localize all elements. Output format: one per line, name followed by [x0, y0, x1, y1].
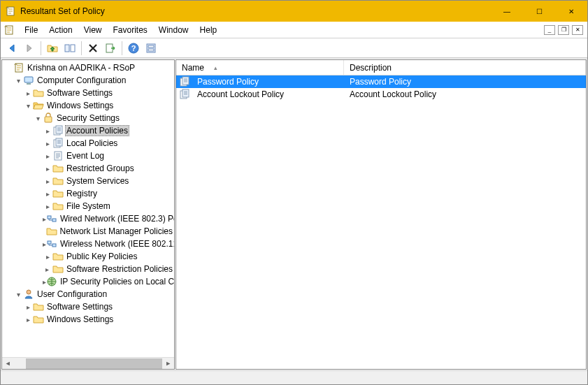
tree-computer-configuration[interactable]: ▾ Computer Configuration: [3, 74, 174, 87]
tree-label: Wireless Network (IEEE 802.11) Policies: [59, 239, 175, 249]
toolbar: [1, 38, 587, 58]
rsop-icon: [13, 62, 24, 73]
folder-icon: [52, 263, 64, 275]
tree-wired-network[interactable]: ▸ Wired Network (IEEE 802.3) Policies: [3, 212, 174, 225]
tree-label: Event Log: [65, 151, 106, 161]
cell-description: Account Lockout Policy: [344, 89, 442, 99]
mdi-restore[interactable]: ❐: [558, 25, 569, 35]
tree-label: Software Settings: [45, 88, 114, 98]
tree-wireless-network[interactable]: ▸ Wireless Network (IEEE 802.11) Policie…: [3, 238, 174, 250]
twisty-icon[interactable]: ▸: [43, 190, 52, 198]
twisty-icon[interactable]: ▾: [23, 102, 33, 110]
toolbar-sep: [81, 41, 82, 55]
twisty-icon[interactable]: ▸: [43, 152, 52, 160]
twisty-icon[interactable]: ▸: [43, 177, 52, 185]
tree-windows-settings[interactable]: ▾ Windows Settings: [3, 99, 174, 112]
list-row-account-lockout-policy[interactable]: Account Lockout Policy Account Lockout P…: [176, 88, 586, 101]
tree-horizontal-scrollbar[interactable]: ◄ ►: [2, 357, 174, 369]
tree-software-settings[interactable]: ▸ Software Settings: [3, 87, 174, 99]
scroll-right-icon[interactable]: ►: [162, 358, 174, 370]
help-button[interactable]: [125, 40, 142, 57]
tree-public-key-policies[interactable]: ▸ Public Key Policies: [3, 250, 174, 263]
tree-software-restriction[interactable]: ▸ Software Restriction Policies: [3, 263, 174, 275]
twisty-icon[interactable]: ▸: [43, 165, 52, 173]
tree-account-policies[interactable]: ▸ Account Policies: [3, 124, 174, 137]
mdi-close[interactable]: ✕: [572, 25, 583, 35]
properties-button[interactable]: [143, 40, 159, 57]
tree-user-configuration[interactable]: ▾ User Configuration: [3, 288, 174, 300]
nav-forward-button[interactable]: [21, 40, 38, 57]
delete-button[interactable]: [85, 40, 101, 57]
window-title: Resultant Set of Policy: [20, 6, 491, 16]
tree-label: Windows Settings: [45, 101, 115, 110]
globe-icon: [46, 276, 57, 287]
export-list-button[interactable]: [102, 40, 119, 57]
twisty-icon[interactable]: ▾: [33, 115, 43, 122]
mdi-minimize[interactable]: _: [544, 25, 555, 35]
user-icon: [23, 289, 34, 300]
tree-security-settings[interactable]: ▾ Security Settings: [3, 112, 174, 124]
close-button[interactable]: ✕: [555, 1, 587, 22]
policy-icon: [52, 138, 64, 149]
menu-help[interactable]: Help: [194, 23, 223, 37]
twisty-icon[interactable]: ▸: [23, 89, 33, 97]
menu-file[interactable]: File: [19, 23, 43, 37]
tree-system-services[interactable]: ▸ System Services: [3, 175, 174, 187]
tree-label: Windows Settings: [45, 314, 115, 324]
twisty-icon[interactable]: ▸: [43, 266, 52, 273]
tree-pane[interactable]: Krishna on AADRIKA - RSoP ▾ Computer Con…: [1, 59, 175, 370]
scroll-thumb[interactable]: [26, 358, 163, 369]
column-description[interactable]: Description: [344, 60, 586, 75]
policy-icon: [179, 76, 190, 87]
title-bar: Resultant Set of Policy — ☐ ✕: [1, 1, 587, 22]
twisty-icon[interactable]: ▸: [23, 316, 33, 324]
menu-favorites[interactable]: Favorites: [108, 23, 153, 37]
column-name[interactable]: Name: [176, 60, 344, 75]
list-pane: Name Description Password Policy Passwor…: [175, 59, 587, 370]
doc-icon: [52, 150, 64, 161]
twisty-icon[interactable]: ▾: [13, 77, 23, 85]
up-one-level-button[interactable]: [44, 40, 61, 57]
menu-action[interactable]: Action: [43, 23, 78, 37]
scroll-left-icon[interactable]: ◄: [2, 358, 14, 370]
status-bar: [1, 370, 587, 384]
menu-window[interactable]: Window: [153, 23, 194, 37]
window-controls: — ☐ ✕: [491, 1, 587, 22]
tree-event-log[interactable]: ▸ Event Log: [3, 150, 174, 162]
maximize-button[interactable]: ☐: [523, 1, 555, 22]
show-hide-tree-button[interactable]: [62, 40, 78, 57]
tree-label: IP Security Policies on Local Computer: [59, 277, 175, 286]
policy-icon: [179, 89, 190, 100]
tree-label: Security Settings: [55, 113, 121, 123]
tree-file-system[interactable]: ▸ File System: [3, 200, 174, 212]
policy-icon: [52, 125, 64, 136]
tree-label: Krishna on AADRIKA - RSoP: [26, 63, 136, 73]
tree-label: Local Policies: [65, 138, 119, 148]
twisty-icon[interactable]: ▸: [43, 253, 52, 261]
tree-local-policies[interactable]: ▸ Local Policies: [3, 137, 174, 150]
tree-label: Account Policies: [65, 125, 129, 136]
twisty-icon[interactable]: ▸: [43, 127, 52, 135]
tree-network-list-manager[interactable]: Network List Manager Policies: [3, 225, 174, 238]
tree-label: Registry: [65, 189, 99, 198]
minimize-button[interactable]: —: [491, 1, 523, 22]
tree-user-software-settings[interactable]: ▸ Software Settings: [3, 300, 174, 313]
tree-restricted-groups[interactable]: ▸ Restricted Groups: [3, 162, 174, 175]
cell-name: Account Lockout Policy: [192, 89, 344, 99]
tree-root[interactable]: Krishna on AADRIKA - RSoP: [3, 61, 174, 74]
list-row-password-policy[interactable]: Password Policy Password Policy: [176, 75, 586, 88]
tree-registry[interactable]: ▸ Registry: [3, 187, 174, 200]
security-icon: [43, 112, 54, 124]
twisty-icon[interactable]: ▾: [13, 291, 23, 298]
toolbar-sep: [122, 41, 122, 55]
twisty-icon[interactable]: ▸: [43, 203, 52, 210]
tree-user-windows-settings[interactable]: ▸ Windows Settings: [3, 313, 174, 326]
menu-view[interactable]: View: [78, 23, 108, 37]
twisty-icon[interactable]: ▸: [23, 303, 33, 311]
tree-ip-security[interactable]: ▸ IP Security Policies on Local Computer: [3, 275, 174, 288]
folder-icon: [33, 314, 44, 325]
nav-back-button[interactable]: [3, 40, 20, 57]
main-split: Krishna on AADRIKA - RSoP ▾ Computer Con…: [1, 58, 587, 370]
tree-label: Computer Configuration: [36, 75, 127, 85]
twisty-icon[interactable]: ▸: [43, 140, 52, 147]
